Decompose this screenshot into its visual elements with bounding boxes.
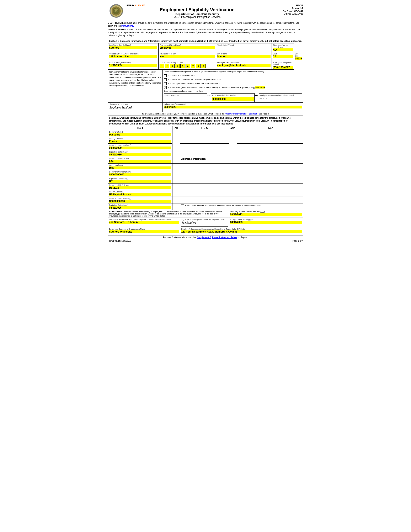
checkbox-4[interactable] [164, 86, 167, 89]
rep-date-value: 08/01/2023 [230, 221, 302, 224]
cert-left-cell: Certification: Certification: I attest, … [108, 210, 229, 218]
rep-name-label: Last Name, First Name and Title of Emplo… [109, 218, 179, 220]
middle-initial-cell: Middle Initial (if any) [216, 43, 272, 52]
sig-value: Employee Stanford [109, 105, 162, 111]
list-c-issuing1 [237, 137, 303, 143]
last-name-cell: Last Name (Family Name) Stanford [108, 43, 159, 52]
or-spacer [172, 130, 180, 157]
list-b-docnum1 [180, 143, 229, 150]
docnum3-value: N0000000000 [109, 200, 171, 203]
checkbox-3[interactable] [164, 82, 167, 85]
org-name-label: Employer's Business or Organization Name [109, 228, 179, 230]
issuing2-value: DHS [109, 166, 171, 169]
or-spacer7 [172, 190, 180, 197]
list-c-docnum1 [237, 143, 303, 150]
logo-area: DEPARTMENT OF HOMELAND SECURITY [108, 4, 124, 18]
expdate3-value: 08/01/2026 [109, 206, 171, 209]
org-name-cell: Employer's Business or Organization Name… [108, 227, 180, 234]
rep-date-label: Today's Date (mm/dd/yyyy) [230, 218, 302, 220]
issuing3-value: US Dept of Justice [109, 193, 171, 196]
agency-line: U.S. Citizenship and Immigration Service… [126, 16, 268, 19]
expdate3-row: Expiration Date (if any) 08/01/2026 Chec… [108, 203, 303, 210]
state-cell: State CA [272, 52, 294, 61]
alt-proc-row: Check here if you used an alternative pr… [181, 204, 302, 207]
issuing2-row: Issuing Authority DHS [108, 163, 303, 170]
checkbox-intro: Check one of the following boxes to atte… [164, 70, 302, 73]
phone-value: (650) 123-4567 [273, 66, 293, 69]
doc2-title-label: Document Title 2 (if any) [109, 158, 171, 160]
docnum3-cell: Document Number (if any) N0000000000 [108, 197, 172, 203]
docnum2-cell: Document Number (if any) 00000000000 [108, 170, 172, 177]
sig-label: Signature of Employee [109, 103, 162, 105]
omb-number: OMB No.1615-0047 [270, 10, 303, 12]
doc3-title-value: DS-2019 [109, 186, 171, 189]
preparer-link[interactable]: Preparer and/or Translator Certification [225, 113, 260, 115]
dob-row: Date of Birth (mm/dd/yyyy) 11/01/1985 U.… [108, 61, 303, 70]
expdate2-cell: Expiration Date (if any) D/S [108, 177, 172, 183]
apt-label: Apt. Number (if any) [160, 53, 215, 55]
alt-proc-cell: Check here if you used an alternative pr… [180, 203, 303, 210]
doc1-title-value: Passport [109, 133, 171, 136]
alt-proc-checkbox[interactable] [181, 204, 184, 207]
or2: OR [255, 94, 259, 102]
empid-label: EMPID: [126, 4, 135, 7]
ssn-digit-1: 1 [160, 64, 164, 68]
name-row: Last Name (Family Name) Stanford First N… [108, 43, 303, 52]
supplement-b-link[interactable]: Supplement B, Reverification and Rehire [197, 236, 237, 238]
checkbox-2-label: 2. A noncitizen national of the United S… [168, 78, 222, 81]
issuing2-cell: Issuing Authority DHS [108, 163, 172, 170]
attestation-left-cell: I am aware that federal law provides for… [108, 70, 163, 103]
issuing1-row: Issuing Authority France [108, 137, 303, 143]
checkbox-row-3: 3. A lawful permanent resident (Enter US… [164, 82, 302, 85]
attestation-row: I am aware that federal law provides for… [108, 70, 303, 103]
docnum1-value: 00xx00000 [109, 146, 171, 149]
list-c-doc1 [237, 130, 303, 137]
form-title: Employment Eligibility Verification [126, 7, 268, 12]
alt-proc-label: Check here if you used an alternative pr… [185, 204, 261, 207]
checkbox-1[interactable] [164, 74, 167, 77]
instructions-link[interactable]: Instructions. [121, 25, 134, 27]
zip-label: ZIP Code [295, 53, 302, 57]
expdate2-value: D/S [109, 180, 171, 183]
list-b-doc1 [180, 130, 229, 137]
expdate1-cell: Expiration Date (if any) 09/09/2030 [108, 150, 172, 157]
if-check4-note: If you check Item Number 4., enter one o… [164, 90, 302, 93]
doc3-title-cell: Document Title 3 (if any) DS-2019 [108, 183, 172, 190]
uscis-a-label: USCIS A-Number [164, 94, 206, 97]
admission-row: USCIS A-Number OR Form I-94 Admission Nu… [164, 94, 302, 102]
rep-sig-value: Joe Stanford [181, 221, 228, 227]
email-value: employee@stanford.edu [217, 64, 270, 67]
or-spacer4 [172, 170, 180, 177]
add-info-content [180, 163, 303, 170]
list-b-issuing1 [180, 137, 229, 143]
list-a-header: List A [108, 126, 172, 130]
other-names-value: N/A [273, 48, 293, 51]
checkbox-1-label: 1. A citizen of the United States [168, 74, 195, 77]
or-spacer3 [172, 163, 180, 170]
expdate2-row: Expiration Date (if any) D/S [108, 177, 303, 183]
uscis-a-cell: USCIS A-Number [164, 94, 207, 102]
page-header: DEPARTMENT OF HOMELAND SECURITY EMPID: 0… [108, 4, 303, 20]
city-label: City or Town [217, 53, 270, 55]
middle-initial-label: Middle Initial (if any) [217, 44, 270, 46]
cert-right-cell: First Day of Employment (mm/dd/yyyy): 08… [229, 210, 303, 218]
issuing3-label: Issuing Authority [109, 191, 171, 193]
cert-row: Certification: Certification: I attest, … [108, 210, 303, 218]
uscis-label: USCIS [270, 4, 303, 7]
issuing3-cell: Issuing Authority US Dept of Justice [108, 190, 172, 197]
checkbox-2[interactable] [164, 78, 167, 81]
ssn-digit-4: 4 [175, 64, 180, 68]
or-spacer5 [172, 177, 180, 183]
form-id: Form I-9 [270, 7, 303, 10]
doc3-title-row: Document Title 3 (if any) DS-2019 [108, 183, 303, 190]
email-label: Employee's Email Address [217, 62, 270, 64]
docnum3-row: Document Number (if any) N0000000000 [108, 197, 303, 203]
or-spacer9 [172, 203, 180, 210]
attestation-left-text: I am aware that federal law provides for… [109, 70, 162, 87]
sig-date-cell: Today's Date (mm/dd/yyyy) 08/01/2023 [162, 103, 303, 112]
add-info-cont4 [180, 183, 303, 190]
or-col: OR [172, 126, 180, 130]
org-addr-label: Employer's Business or Organization Addr… [181, 228, 302, 230]
docnum1-cell: Document Number (if any) 00xx00000 [108, 143, 172, 150]
issuing1-label: Issuing Authority [109, 138, 171, 140]
